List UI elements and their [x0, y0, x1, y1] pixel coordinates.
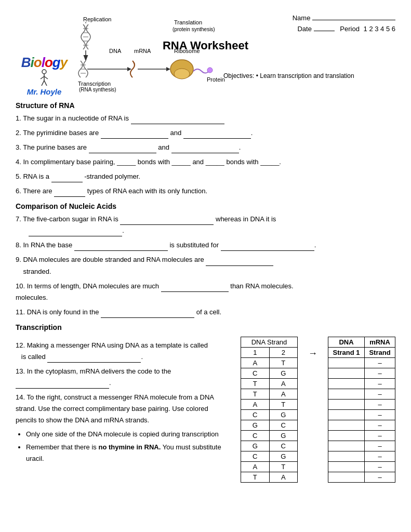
mrna-dna-cell[interactable] — [328, 378, 365, 389]
mrna-mrna-cell[interactable]: – — [364, 399, 395, 409]
dna-strand1-cell[interactable]: C — [241, 368, 270, 378]
mrna-mrna-cell[interactable]: – — [364, 451, 395, 461]
mrna-mrna-cell[interactable]: – — [364, 378, 395, 389]
name-label: Name — [293, 14, 311, 22]
q3-answer1[interactable] — [89, 146, 156, 153]
mrna-strand-table: DNA mRNA Strand 1 Strand –––––––––––– — [328, 337, 395, 483]
dna-strand2-cell[interactable]: A — [269, 472, 298, 482]
mrna-dna-cell[interactable] — [328, 430, 365, 441]
dna-strand1-cell[interactable]: G — [241, 441, 270, 451]
mrna-mrna-header: mRNA — [364, 337, 395, 347]
mrna-dna-cell[interactable] — [328, 357, 365, 368]
dna-strand2-cell[interactable]: C — [269, 441, 298, 451]
transcription-questions: 12. Making a messenger RNA using DNA as … — [16, 337, 230, 483]
dna-strand1-cell[interactable]: G — [241, 420, 270, 430]
bullet-2: Remember that there is no thymine in RNA… — [26, 442, 230, 464]
mrna-dna-cell[interactable] — [328, 451, 365, 461]
mrna-dna-cell[interactable] — [328, 389, 365, 399]
mrna-mrna-cell[interactable]: – — [364, 472, 395, 482]
date-label: Date — [297, 25, 311, 33]
comparison-section: Comparison of Nucleic Acids 7. The five-… — [16, 202, 395, 318]
mrna-mrna-cell[interactable]: – — [364, 389, 395, 399]
mrna-dna-cell[interactable] — [328, 399, 365, 409]
mrna-mrna-cell[interactable]: – — [364, 357, 395, 368]
logo-area: Biology Mr. Hoyle — [16, 56, 73, 96]
mrna-mrna-cell[interactable]: – — [364, 441, 395, 451]
mrna-dna-cell[interactable] — [328, 461, 365, 472]
dna-strand1-cell[interactable]: C — [241, 430, 270, 441]
mrna-mrna-cell[interactable]: – — [364, 420, 395, 430]
date-field[interactable] — [314, 24, 335, 31]
q10-answer[interactable] — [161, 285, 229, 292]
svg-text:mRNA: mRNA — [134, 48, 151, 54]
dna-strand2-cell[interactable]: A — [269, 389, 298, 399]
dna-strand2-cell[interactable]: G — [269, 451, 298, 461]
dna-strand1-cell[interactable]: T — [241, 472, 270, 482]
svg-point-22 — [207, 68, 213, 73]
dna-strand2-cell[interactable]: T — [269, 399, 298, 409]
structure-section: Structure of RNA 1. The sugar in a nucle… — [16, 101, 395, 197]
q13-answer[interactable] — [16, 381, 109, 389]
dna-col2-header: 2 — [269, 347, 298, 357]
stick-figure-icon — [36, 69, 52, 87]
svg-text:Ribosome: Ribosome — [174, 48, 200, 54]
q7-answer2[interactable] — [29, 229, 122, 236]
mrna-mrna-cell[interactable]: – — [364, 368, 395, 378]
mrna-table-container: DNA mRNA Strand 1 Strand –––––––––––– — [328, 337, 395, 483]
transcription-section: Transcription 12. Making a messenger RNA… — [16, 323, 395, 483]
q12-answer[interactable] — [47, 355, 141, 363]
svg-line-2 — [41, 76, 44, 79]
dna-strand2-cell[interactable]: T — [269, 461, 298, 472]
biology-logo-text: Biology — [21, 56, 67, 69]
q2-answer1[interactable] — [101, 131, 168, 139]
dna-strand2-cell[interactable]: T — [269, 357, 298, 368]
q8-answer1[interactable] — [74, 244, 168, 251]
q7-answer1[interactable] — [120, 218, 214, 225]
dna-strand2-cell[interactable]: G — [269, 409, 298, 420]
svg-text:Translation: Translation — [174, 19, 202, 25]
structure-title: Structure of RNA — [16, 101, 395, 110]
svg-text:Transcription: Transcription — [78, 81, 111, 87]
svg-text:Protein: Protein — [207, 76, 225, 83]
svg-point-21 — [174, 69, 190, 79]
q11-answer[interactable] — [101, 311, 194, 318]
mrna-dna-cell[interactable] — [328, 441, 365, 451]
q2-answer2[interactable] — [183, 131, 251, 139]
svg-point-0 — [42, 70, 46, 74]
dna-strand1-cell[interactable]: A — [241, 399, 270, 409]
svg-marker-19 — [166, 67, 170, 71]
dna-strand2-cell[interactable]: G — [269, 430, 298, 441]
period-numbers: 1 2 3 4 5 6 — [364, 25, 395, 33]
mrna-dna-cell[interactable] — [328, 409, 365, 420]
dna-strand1-cell[interactable]: C — [241, 451, 270, 461]
q3-answer2[interactable] — [171, 146, 239, 153]
question-5: 5. RNA is a -stranded polymer. — [16, 171, 395, 182]
svg-text:DNA: DNA — [109, 48, 122, 54]
q8-answer2[interactable] — [221, 244, 314, 251]
mrna-mrna-cell[interactable]: – — [364, 461, 395, 472]
question-3: 3. The purine bases are and . — [16, 142, 395, 153]
q1-answer[interactable] — [131, 117, 224, 124]
mrna-mrna-cell[interactable]: – — [364, 430, 395, 441]
dna-strand1-cell[interactable]: A — [241, 461, 270, 472]
svg-text:(RNA synthesis): (RNA synthesis) — [79, 87, 116, 92]
question-1: 1. The sugar in a nucleotide of RNA is — [16, 113, 395, 124]
dna-strand1-cell[interactable]: A — [241, 357, 270, 368]
mrna-dna-cell[interactable] — [328, 472, 365, 482]
mrna-mrna-cell[interactable]: – — [364, 409, 395, 420]
dna-table-header: DNA Strand — [241, 337, 298, 347]
dna-strand2-cell[interactable]: C — [269, 420, 298, 430]
q9-answer[interactable] — [206, 259, 273, 266]
mrna-dna-cell[interactable] — [328, 420, 365, 430]
dna-strand2-cell[interactable]: A — [269, 378, 298, 389]
dna-strand1-cell[interactable]: T — [241, 378, 270, 389]
q6-answer[interactable] — [54, 190, 85, 197]
svg-line-3 — [44, 76, 48, 79]
mrna-dna-cell[interactable] — [328, 368, 365, 378]
dna-strand1-cell[interactable]: T — [241, 389, 270, 399]
dna-strand1-cell[interactable]: C — [241, 409, 270, 420]
name-field[interactable] — [312, 13, 395, 20]
q5-answer[interactable] — [51, 175, 83, 182]
dna-strand2-cell[interactable]: G — [269, 368, 298, 378]
dna-col1-header: 1 — [241, 347, 270, 357]
